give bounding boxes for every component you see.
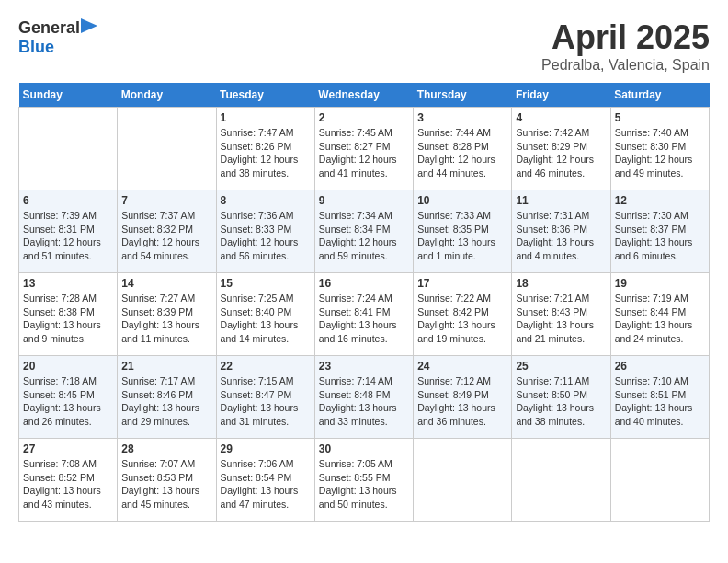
- page-header: General Blue April 2025 Pedralba, Valenc…: [18, 18, 710, 74]
- day-number: 30: [319, 442, 409, 455]
- day-number: 22: [221, 360, 311, 373]
- calendar-day-cell: [19, 108, 118, 190]
- day-info: Sunrise: 7:40 AM Sunset: 8:30 PM Dayligh…: [615, 126, 705, 180]
- day-number: 5: [615, 111, 705, 124]
- day-number: 4: [516, 111, 606, 124]
- day-number: 16: [319, 277, 409, 290]
- day-number: 19: [615, 277, 705, 290]
- calendar-day-cell: 30Sunrise: 7:05 AM Sunset: 8:55 PM Dayli…: [314, 439, 413, 522]
- day-number: 3: [417, 111, 507, 124]
- calendar-day-cell: 27Sunrise: 7:08 AM Sunset: 8:52 PM Dayli…: [19, 439, 118, 522]
- calendar-day-cell: 2Sunrise: 7:45 AM Sunset: 8:27 PM Daylig…: [314, 108, 413, 190]
- day-number: 29: [221, 442, 311, 455]
- calendar-day-cell: 5Sunrise: 7:40 AM Sunset: 8:30 PM Daylig…: [610, 108, 709, 190]
- day-number: 24: [417, 360, 507, 373]
- day-number: 13: [23, 277, 113, 290]
- calendar-day-cell: 25Sunrise: 7:11 AM Sunset: 8:50 PM Dayli…: [512, 356, 610, 439]
- calendar-day-cell: 3Sunrise: 7:44 AM Sunset: 8:28 PM Daylig…: [414, 108, 512, 190]
- day-info: Sunrise: 7:07 AM Sunset: 8:53 PM Dayligh…: [121, 457, 211, 511]
- day-info: Sunrise: 7:33 AM Sunset: 8:35 PM Dayligh…: [417, 209, 507, 263]
- day-number: 20: [23, 360, 113, 373]
- day-number: 23: [319, 360, 409, 373]
- day-number: 18: [516, 277, 606, 290]
- calendar-day-cell: 4Sunrise: 7:42 AM Sunset: 8:29 PM Daylig…: [512, 108, 610, 190]
- calendar-day-cell: 16Sunrise: 7:24 AM Sunset: 8:41 PM Dayli…: [314, 273, 413, 356]
- calendar-body: 1Sunrise: 7:47 AM Sunset: 8:26 PM Daylig…: [19, 108, 710, 522]
- day-number: 21: [121, 360, 211, 373]
- calendar-day-cell: 8Sunrise: 7:36 AM Sunset: 8:33 PM Daylig…: [216, 190, 314, 273]
- calendar-day-cell: 17Sunrise: 7:22 AM Sunset: 8:42 PM Dayli…: [414, 273, 512, 356]
- logo-general: General: [18, 18, 80, 37]
- day-number: 26: [615, 360, 705, 373]
- calendar-day-cell: 29Sunrise: 7:06 AM Sunset: 8:54 PM Dayli…: [216, 439, 314, 522]
- calendar-day-cell: 26Sunrise: 7:10 AM Sunset: 8:51 PM Dayli…: [610, 356, 709, 439]
- calendar-day-cell: 1Sunrise: 7:47 AM Sunset: 8:26 PM Daylig…: [216, 108, 314, 190]
- day-info: Sunrise: 7:22 AM Sunset: 8:42 PM Dayligh…: [417, 292, 507, 346]
- day-number: 10: [417, 194, 507, 207]
- calendar-day-cell: 18Sunrise: 7:21 AM Sunset: 8:43 PM Dayli…: [512, 273, 610, 356]
- day-info: Sunrise: 7:36 AM Sunset: 8:33 PM Dayligh…: [221, 209, 311, 263]
- day-info: Sunrise: 7:18 AM Sunset: 8:45 PM Dayligh…: [23, 374, 113, 429]
- svg-marker-0: [81, 18, 97, 33]
- day-info: Sunrise: 7:14 AM Sunset: 8:48 PM Dayligh…: [319, 374, 409, 429]
- day-info: Sunrise: 7:31 AM Sunset: 8:36 PM Dayligh…: [516, 209, 606, 263]
- day-info: Sunrise: 7:34 AM Sunset: 8:34 PM Dayligh…: [319, 209, 409, 263]
- calendar-week-row: 27Sunrise: 7:08 AM Sunset: 8:52 PM Dayli…: [19, 439, 710, 522]
- day-number: 2: [319, 111, 409, 124]
- day-info: Sunrise: 7:30 AM Sunset: 8:37 PM Dayligh…: [615, 209, 705, 263]
- calendar-day-cell: 14Sunrise: 7:27 AM Sunset: 8:39 PM Dayli…: [118, 273, 216, 356]
- calendar-title: April 2025: [541, 18, 710, 57]
- calendar-week-row: 20Sunrise: 7:18 AM Sunset: 8:45 PM Dayli…: [19, 356, 710, 439]
- day-info: Sunrise: 7:19 AM Sunset: 8:44 PM Dayligh…: [615, 292, 705, 346]
- day-number: 25: [516, 360, 606, 373]
- logo: General Blue: [18, 18, 98, 57]
- day-number: 27: [23, 442, 113, 455]
- day-number: 28: [121, 442, 211, 455]
- day-info: Sunrise: 7:28 AM Sunset: 8:38 PM Dayligh…: [23, 292, 113, 346]
- calendar-day-cell: 28Sunrise: 7:07 AM Sunset: 8:53 PM Dayli…: [118, 439, 216, 522]
- day-info: Sunrise: 7:10 AM Sunset: 8:51 PM Dayligh…: [615, 374, 705, 429]
- day-number: 6: [23, 194, 113, 207]
- calendar-day-cell: 21Sunrise: 7:17 AM Sunset: 8:46 PM Dayli…: [118, 356, 216, 439]
- weekday-header-tuesday: Tuesday: [216, 83, 314, 108]
- title-block: April 2025 Pedralba, Valencia, Spain: [541, 18, 710, 74]
- calendar-day-cell: 6Sunrise: 7:39 AM Sunset: 8:31 PM Daylig…: [19, 190, 118, 273]
- day-number: 14: [121, 277, 211, 290]
- calendar-week-row: 13Sunrise: 7:28 AM Sunset: 8:38 PM Dayli…: [19, 273, 710, 356]
- day-number: 15: [221, 277, 311, 290]
- day-info: Sunrise: 7:11 AM Sunset: 8:50 PM Dayligh…: [516, 374, 606, 429]
- calendar-day-cell: 23Sunrise: 7:14 AM Sunset: 8:48 PM Dayli…: [314, 356, 413, 439]
- day-info: Sunrise: 7:24 AM Sunset: 8:41 PM Dayligh…: [319, 292, 409, 346]
- day-info: Sunrise: 7:27 AM Sunset: 8:39 PM Dayligh…: [121, 292, 211, 346]
- weekday-header-sunday: Sunday: [19, 83, 118, 108]
- logo-flag-icon: [81, 18, 97, 39]
- calendar-day-cell: [414, 439, 512, 522]
- calendar-day-cell: [118, 108, 216, 190]
- day-info: Sunrise: 7:25 AM Sunset: 8:40 PM Dayligh…: [221, 292, 311, 346]
- day-info: Sunrise: 7:47 AM Sunset: 8:26 PM Dayligh…: [221, 126, 311, 180]
- day-info: Sunrise: 7:15 AM Sunset: 8:47 PM Dayligh…: [221, 374, 311, 429]
- calendar-day-cell: 13Sunrise: 7:28 AM Sunset: 8:38 PM Dayli…: [19, 273, 118, 356]
- calendar-day-cell: 19Sunrise: 7:19 AM Sunset: 8:44 PM Dayli…: [610, 273, 709, 356]
- calendar-location: Pedralba, Valencia, Spain: [541, 57, 710, 74]
- day-info: Sunrise: 7:42 AM Sunset: 8:29 PM Dayligh…: [516, 126, 606, 180]
- calendar-day-cell: 12Sunrise: 7:30 AM Sunset: 8:37 PM Dayli…: [610, 190, 709, 273]
- calendar-day-cell: 10Sunrise: 7:33 AM Sunset: 8:35 PM Dayli…: [414, 190, 512, 273]
- weekday-header-thursday: Thursday: [414, 83, 512, 108]
- calendar-day-cell: 24Sunrise: 7:12 AM Sunset: 8:49 PM Dayli…: [414, 356, 512, 439]
- day-info: Sunrise: 7:44 AM Sunset: 8:28 PM Dayligh…: [417, 126, 507, 180]
- calendar-week-row: 1Sunrise: 7:47 AM Sunset: 8:26 PM Daylig…: [19, 108, 710, 190]
- calendar-day-cell: 7Sunrise: 7:37 AM Sunset: 8:32 PM Daylig…: [118, 190, 216, 273]
- day-info: Sunrise: 7:39 AM Sunset: 8:31 PM Dayligh…: [23, 209, 113, 263]
- weekday-header-monday: Monday: [118, 83, 216, 108]
- calendar-week-row: 6Sunrise: 7:39 AM Sunset: 8:31 PM Daylig…: [19, 190, 710, 273]
- calendar-table: SundayMondayTuesdayWednesdayThursdayFrid…: [18, 83, 710, 522]
- day-number: 11: [516, 194, 606, 207]
- day-info: Sunrise: 7:21 AM Sunset: 8:43 PM Dayligh…: [516, 292, 606, 346]
- day-number: 1: [221, 111, 311, 124]
- day-info: Sunrise: 7:17 AM Sunset: 8:46 PM Dayligh…: [121, 374, 211, 429]
- logo-blue: Blue: [18, 38, 54, 56]
- calendar-day-cell: 9Sunrise: 7:34 AM Sunset: 8:34 PM Daylig…: [314, 190, 413, 273]
- calendar-day-cell: 15Sunrise: 7:25 AM Sunset: 8:40 PM Dayli…: [216, 273, 314, 356]
- day-number: 17: [417, 277, 507, 290]
